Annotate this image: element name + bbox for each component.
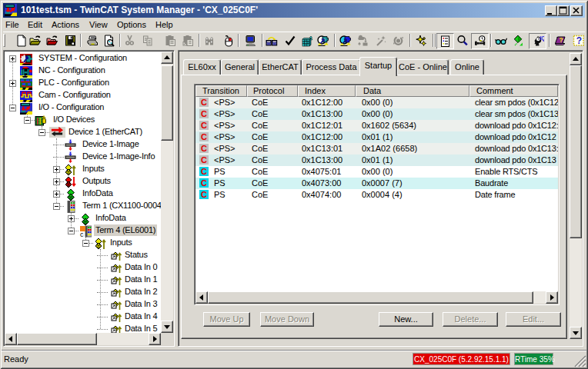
svg-text:IQ: IQ	[540, 35, 545, 42]
svg-text:?: ?	[560, 36, 563, 44]
svg-text:?: ?	[576, 35, 582, 46]
svg-text:c: c	[80, 231, 84, 238]
